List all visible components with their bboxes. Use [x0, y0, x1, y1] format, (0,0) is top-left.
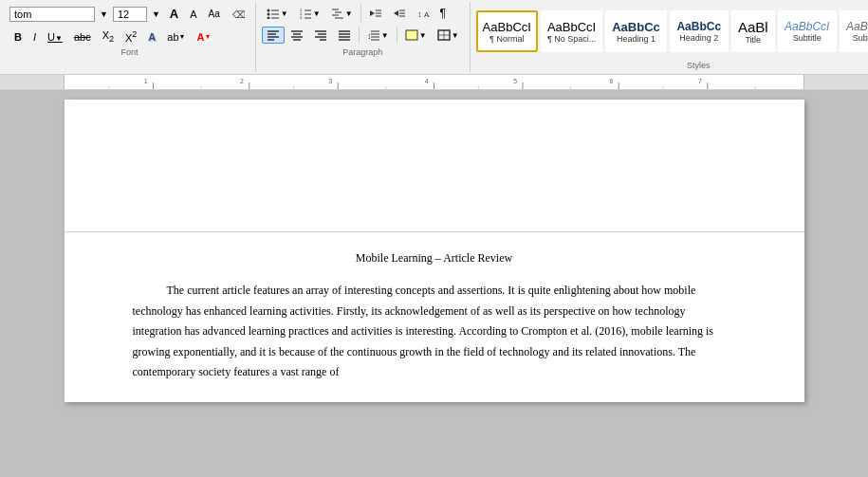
style-nospace-label: ¶ No Spaci...	[547, 34, 596, 44]
svg-text:↕: ↕	[367, 31, 372, 41]
svg-marker-17	[370, 10, 375, 16]
text-highlight-button[interactable]: ab▼	[162, 28, 190, 46]
increase-indent-button[interactable]	[388, 5, 411, 22]
style-h2-label: Heading 2	[679, 33, 718, 43]
svg-point-4	[267, 9, 269, 12]
font-name-dropdown-arrow[interactable]: ▼	[97, 8, 111, 21]
svg-text:3.: 3.	[300, 15, 303, 19]
svg-rect-48	[406, 30, 417, 40]
svg-text:⌫: ⌫	[232, 9, 245, 20]
underline-button[interactable]: U▼	[43, 29, 67, 45]
style-title-preview: AaBl	[738, 19, 768, 35]
bold-button[interactable]: B	[9, 29, 27, 45]
styles-row: AaBbCcI ¶ Normal AaBbCcI ¶ No Spaci... A…	[476, 4, 868, 59]
sort-button[interactable]: ↕AZ	[412, 5, 434, 22]
bullets-button[interactable]: ▼	[262, 5, 293, 22]
align-left-button[interactable]	[262, 27, 285, 44]
line-spacing-button[interactable]: ↕ ▼	[362, 27, 394, 44]
style-normal-label: ¶ Normal	[489, 34, 524, 44]
style-nospace-button[interactable]: AaBbCcI ¶ No Spaci...	[541, 10, 602, 52]
style-title-label: Title	[745, 35, 761, 45]
style-normal-preview: AaBbCcI	[483, 20, 531, 34]
svg-text:3: 3	[328, 78, 332, 84]
shrink-font-button[interactable]: A	[185, 6, 201, 23]
font-selector-row: tom ▼ 12 ▼ A A Aa ⌫	[9, 4, 249, 24]
style-subtle-button[interactable]: AaBbCcI Subtle E	[840, 10, 868, 52]
style-subtitle-button[interactable]: AaBbCcI Subtitle	[778, 10, 837, 52]
svg-text:AZ: AZ	[424, 10, 430, 19]
font-size-dropdown-arrow[interactable]: ▼	[149, 8, 163, 21]
align-right-button[interactable]	[309, 27, 332, 44]
document-area: Mobile Learning – Article Review The cur…	[0, 90, 868, 469]
multilevel-list-button[interactable]: ▼	[326, 5, 358, 22]
style-h1-preview: AaBbCc	[612, 20, 660, 34]
style-h1-button[interactable]: AaBbCc Heading 1	[605, 10, 667, 52]
font-color-button[interactable]: A▼	[193, 28, 216, 46]
style-subtitle-preview: AaBbCcI	[785, 20, 829, 33]
ruler-inner: 1 2 3 4 5 6 7	[64, 75, 804, 89]
style-title-button[interactable]: AaBl Title	[731, 10, 775, 52]
style-subtitle-label: Subtitle	[793, 33, 822, 43]
superscript-button[interactable]: X2	[120, 28, 141, 46]
styles-group: AaBbCcI ¶ Normal AaBbCcI ¶ No Spaci... A…	[471, 2, 868, 72]
grow-font-button[interactable]: A	[165, 4, 183, 24]
paragraph-row1: ▼ 1.2.3. ▼ ▼	[262, 4, 451, 23]
style-subtle-preview: AaBbCcI	[846, 20, 868, 33]
svg-point-6	[267, 17, 269, 20]
clear-formatting-button[interactable]: ⌫	[227, 5, 249, 24]
show-formatting-button[interactable]: ¶	[435, 4, 451, 23]
paragraph-group: ▼ 1.2.3. ▼ ▼	[256, 2, 471, 72]
svg-text:↕: ↕	[417, 9, 422, 19]
style-subtle-label: Subtle E	[853, 33, 868, 43]
style-normal-button[interactable]: AaBbCcI ¶ Normal	[476, 10, 538, 52]
font-group-label: Font	[120, 47, 138, 57]
ruler: 1 2 3 4 5 6 7	[0, 75, 868, 90]
style-h1-label: Heading 1	[617, 34, 656, 44]
document-title: Mobile Learning – Article Review	[133, 251, 736, 266]
document-page: Mobile Learning – Article Review The cur…	[65, 100, 804, 402]
styles-group-label: Styles	[476, 61, 868, 70]
svg-marker-21	[394, 10, 398, 16]
page-header	[65, 100, 804, 232]
svg-text:1: 1	[144, 78, 148, 84]
subscript-button[interactable]: X2	[98, 28, 119, 46]
strikethrough-button[interactable]: abc	[69, 29, 96, 45]
style-h2-preview: AaBbCc	[676, 20, 721, 33]
justify-button[interactable]	[333, 27, 356, 44]
numbering-button[interactable]: 1.2.3. ▼	[294, 5, 325, 22]
font-size-input[interactable]: 12	[113, 7, 147, 22]
page-body: Mobile Learning – Article Review The cur…	[65, 232, 804, 402]
font-group: tom ▼ 12 ▼ A A Aa ⌫ B I U▼ abc X2	[4, 2, 256, 72]
font-format-row: B I U▼ abc X2 X2 A ab▼ A▼	[9, 28, 215, 46]
document-paragraph[interactable]: The current article features an array of…	[133, 281, 736, 383]
style-nospace-preview: AaBbCcI	[547, 20, 596, 34]
svg-text:2: 2	[240, 78, 244, 84]
align-center-button[interactable]	[286, 27, 308, 44]
svg-text:7: 7	[698, 78, 702, 84]
shading-button[interactable]: ▼	[400, 27, 432, 44]
italic-button[interactable]: I	[28, 29, 41, 45]
change-case-button[interactable]: Aa	[204, 6, 225, 22]
text-effect-button[interactable]: A	[143, 28, 160, 46]
paragraph-row2: ↕ ▼ ▼ ▼	[262, 27, 464, 44]
svg-point-5	[267, 13, 269, 16]
svg-text:6: 6	[610, 78, 614, 84]
style-h2-button[interactable]: AaBbCc Heading 2	[670, 10, 729, 52]
borders-button[interactable]: ▼	[433, 27, 464, 44]
decrease-indent-button[interactable]	[364, 5, 387, 22]
paragraph-group-label: Paragraph	[342, 47, 382, 57]
svg-text:4: 4	[425, 78, 429, 84]
svg-text:5: 5	[513, 78, 517, 84]
font-name-input[interactable]: tom	[9, 7, 95, 22]
